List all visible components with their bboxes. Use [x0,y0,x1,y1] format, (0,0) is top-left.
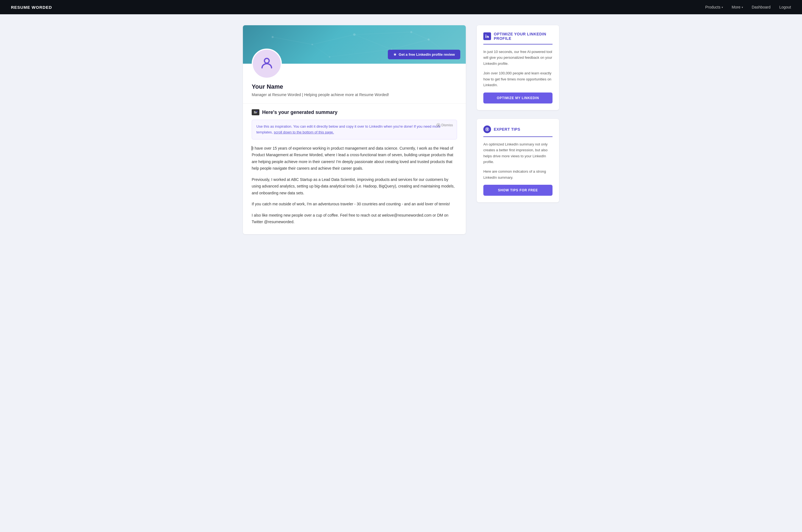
svg-rect-27 [485,36,486,38]
optimize-widget-header: OPTIMIZE YOUR LINKEDIN PROFILE [483,32,553,41]
summary-para-1: I have over 15 years of experience worki… [252,145,457,172]
products-chevron-icon: ▾ [722,6,723,9]
optimize-divider [483,44,553,44]
svg-line-16 [330,50,392,57]
avatar-wrapper [252,49,282,79]
star-icon: ★ [393,53,397,57]
logout-link[interactable]: Logout [779,5,791,10]
optimize-desc-1: In just 10 seconds, our free AI-powered … [483,49,553,66]
svg-line-11 [392,40,428,50]
svg-line-15 [412,32,429,40]
scroll-link[interactable]: scroll down to the bottom of this page. [274,130,334,134]
text-cursor [252,146,252,150]
svg-point-17 [264,58,269,63]
optimize-widget: OPTIMIZE YOUR LINKEDIN PROFILE In just 1… [477,25,559,110]
optimize-button[interactable]: OPTIMIZE MY LINKEDIN [483,93,553,103]
profile-info: Your Name Manager at Resume Worded | Hel… [243,79,466,103]
profile-headline: Manager at Resume Worded | Helping peopl… [252,93,457,97]
main-card: ★ Get a free LinkedIn profile review You… [243,25,466,234]
summary-para-3: If you catch me outside of work, I'm an … [252,201,457,208]
svg-line-9 [312,35,354,44]
svg-point-28 [485,35,486,35]
dismiss-circle-icon [436,123,440,127]
svg-line-14 [354,32,412,35]
card-icon [252,109,260,115]
summary-title: Here's your generated summary [262,110,337,115]
more-menu[interactable]: More ▾ [732,5,743,10]
svg-rect-19 [254,111,255,112]
svg-rect-21 [254,113,256,113]
avatar [252,49,282,79]
tips-button[interactable]: SHOW TIPS FOR FREE [483,185,553,196]
page-wrapper: ★ Get a free LinkedIn profile review You… [236,14,566,245]
navbar: RESUME WORDED Products ▾ More ▾ Dashboar… [0,0,802,14]
svg-point-0 [272,36,274,38]
person-icon [260,56,274,71]
tip-box: Use this as inspiration. You can edit it… [252,120,457,139]
get-review-button[interactable]: ★ Get a free LinkedIn profile review [388,50,460,59]
dashboard-link[interactable]: Dashboard [752,5,771,10]
summary-header: Here's your generated summary [252,104,457,120]
svg-rect-20 [254,112,257,113]
optimize-desc-2: Join over 100,000 people and learn exact… [483,70,553,88]
nav-items: Products ▾ More ▾ Dashboard Logout [705,5,791,10]
svg-rect-29 [487,36,488,38]
dismiss-button[interactable]: Dismiss [436,123,453,127]
svg-line-10 [354,35,392,50]
summary-section: Here's your generated summary Use this a… [243,103,466,234]
svg-line-8 [272,37,312,44]
tips-desc-1: An optimized LinkedIn summary not only c… [483,141,553,165]
tips-desc-2: Here are common indicators of a strong L… [483,169,553,180]
logo: RESUME WORDED [11,5,52,10]
tips-widget-header: EXPERT TIPS [483,126,553,133]
tips-widget: EXPERT TIPS An optimized LinkedIn summar… [477,119,559,203]
more-chevron-icon: ▾ [742,6,743,9]
summary-text[interactable]: I have over 15 years of experience worki… [252,145,457,225]
products-menu[interactable]: Products ▾ [705,5,723,10]
profile-name: Your Name [252,83,457,90]
summary-para-2: Previously, I worked at ABC Startup as a… [252,176,457,196]
svg-line-13 [312,44,330,57]
svg-point-22 [256,111,257,112]
tips-widget-title: EXPERT TIPS [494,127,520,132]
summary-para-4: I also like meeting new people over a cu… [252,212,457,225]
linkedin-icon [483,32,491,40]
brain-icon [483,126,491,133]
tip-text: Use this as inspiration. You can edit it… [256,124,452,135]
sidebar: OPTIMIZE YOUR LINKEDIN PROFILE In just 1… [477,25,559,202]
optimize-widget-title: OPTIMIZE YOUR LINKEDIN PROFILE [494,32,553,41]
tips-divider [483,136,553,137]
